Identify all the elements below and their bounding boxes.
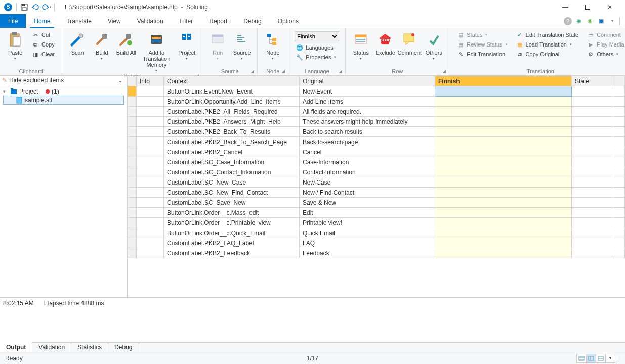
log-tab-statistics[interactable]: Statistics	[71, 343, 108, 352]
trans-others-button[interactable]: ⚙Others▾	[585, 50, 625, 59]
cell-finnish[interactable]	[435, 228, 572, 238]
add-to-tm-button[interactable]: Add to Translation Memory▾	[138, 29, 175, 72]
cell-finnish[interactable]	[435, 107, 572, 117]
play-media-button[interactable]: ▶Play Media	[585, 40, 625, 49]
cell-finnish[interactable]	[435, 188, 572, 198]
languages-button[interactable]: 🌐Languages	[294, 43, 340, 52]
controller-icon[interactable]: ◉	[575, 17, 583, 25]
table-row[interactable]: CustomLabel.SC_Contact_InformationContac…	[128, 167, 625, 177]
dialog-launcher-icon[interactable]: ◢	[339, 69, 342, 74]
menu-tab-filter[interactable]: Filter	[172, 14, 201, 28]
dialog-launcher-icon[interactable]: ◢	[281, 69, 285, 74]
trans-comment-button[interactable]: ▭Comment	[585, 30, 625, 39]
table-row[interactable]: CustomLabel.SC_New_Find_ContactNew·/·Fin…	[128, 188, 625, 198]
language-properties-button[interactable]: 🔧Properties▾	[294, 53, 340, 62]
cell-finnish[interactable]	[435, 208, 572, 218]
tree-file-item[interactable]: sample.stf	[3, 96, 124, 105]
view-btn-more[interactable]: ▾	[605, 354, 615, 363]
table-row[interactable]: ButtonOrLink.Opportunity.Add_Line_ItemsA…	[128, 97, 625, 107]
project-button[interactable]: Project▾	[175, 29, 199, 60]
grid-header-info[interactable]: Info	[137, 76, 164, 86]
table-row[interactable]: CustomLabel.PKB2_Back_To_ResultsBack·to·…	[128, 127, 625, 137]
menu-tab-report[interactable]: Report	[201, 14, 235, 28]
clear-button[interactable]: ◨Clear	[29, 50, 57, 59]
redo-icon[interactable]: ▾	[41, 2, 52, 13]
grid-header-original[interactable]: Original	[300, 76, 435, 86]
table-row[interactable]: CustomLabel.PKB2_CancelCancel	[128, 147, 625, 157]
help-icon[interactable]: ?	[564, 17, 572, 25]
edit-translation-button[interactable]: ✎Edit Translation	[454, 50, 509, 59]
row-comment-button[interactable]: Comment	[397, 29, 422, 56]
cell-finnish[interactable]	[435, 198, 572, 208]
grid-header-finnish[interactable]: Finnish	[435, 76, 572, 86]
cell-finnish[interactable]	[435, 137, 572, 147]
table-row[interactable]: ButtonOrLink.Order__c.Mass_editEdit	[128, 208, 625, 218]
cell-finnish[interactable]	[435, 248, 572, 258]
cell-finnish[interactable]	[435, 177, 572, 188]
load-translation-button[interactable]: ▦Load Translation▾	[514, 40, 581, 49]
minimize-button[interactable]: —	[554, 0, 576, 14]
table-row[interactable]: CustomLabel.SC_Case_InformationCase·Info…	[128, 157, 625, 167]
cell-finnish[interactable]	[435, 157, 572, 167]
language-select[interactable]: Finnish	[295, 31, 339, 41]
trans-status-button[interactable]: ▤Status▾	[454, 30, 509, 39]
log-tab-output[interactable]: Output	[0, 342, 32, 352]
cell-finnish[interactable]	[435, 86, 572, 97]
table-row[interactable]: CustomLabel.PKB2_FAQ_LabelFAQ	[128, 238, 625, 248]
table-row[interactable]: CustomLabel.PKB2_Answers_Might_HelpThese…	[128, 117, 625, 127]
file-tab[interactable]: File	[0, 14, 26, 28]
view-btn-1[interactable]	[576, 354, 587, 363]
run-button[interactable]: Run▾	[205, 29, 230, 60]
cell-finnish[interactable]	[435, 127, 572, 137]
build-all-button[interactable]: Build All	[114, 29, 138, 56]
log-tab-validation[interactable]: Validation	[32, 343, 71, 352]
scan-button[interactable]: Scan	[65, 29, 90, 56]
close-button[interactable]: ✕	[599, 0, 621, 14]
cell-finnish[interactable]	[435, 117, 572, 127]
menu-tab-view[interactable]: View	[100, 14, 129, 28]
node-button[interactable]: Node▾	[261, 29, 285, 60]
copy-original-button[interactable]: ⧉Copy Original	[514, 50, 581, 59]
table-row[interactable]: CustomLabel.PKB2_FeedbackFeedback	[128, 248, 625, 258]
edit-trans-state-button[interactable]: ✔Edit Translation State	[514, 30, 581, 39]
row-others-button[interactable]: Others▾	[422, 29, 446, 60]
table-row[interactable]: CustomLabel.PKB2_Back_To_Search_PageBack…	[128, 137, 625, 147]
cell-finnish[interactable]	[435, 238, 572, 248]
project-tree-root[interactable]: ▾ Project (1)	[3, 87, 124, 96]
review-status-button[interactable]: ▤Review Status▾	[454, 40, 509, 49]
menu-tab-options[interactable]: Options	[270, 14, 307, 28]
view-btn-3[interactable]	[596, 354, 606, 363]
menu-tab-home[interactable]: Home	[26, 14, 58, 28]
exclude-button[interactable]: STOPExclude	[373, 29, 397, 56]
dialog-launcher-icon[interactable]: ◢	[442, 69, 446, 74]
undo-icon[interactable]	[30, 2, 41, 13]
copy-button[interactable]: ⧉Copy	[29, 40, 57, 49]
cell-finnish[interactable]	[435, 97, 572, 107]
row-status-button[interactable]: Status▾	[349, 29, 373, 60]
table-row[interactable]: CustomLabel.SC_New_CaseNew·Case	[128, 177, 625, 188]
dialog-launcher-icon[interactable]: ◢	[251, 69, 254, 74]
cell-finnish[interactable]	[435, 167, 572, 177]
menu-tab-debug[interactable]: Debug	[235, 14, 269, 28]
cell-finnish[interactable]	[435, 147, 572, 157]
grid-header-state[interactable]: State	[572, 76, 612, 86]
table-row[interactable]: ButtonOrLink.Event.New_EventNew·Event	[128, 86, 625, 97]
cut-button[interactable]: ✂Cut	[29, 30, 57, 39]
table-row[interactable]: CustomLabel.SC_Save_NewSave·&·New	[128, 198, 625, 208]
table-row[interactable]: ButtonOrLink.Order__c.Quick_EmailQuick·E…	[128, 228, 625, 238]
paste-button[interactable]: Paste ▾	[3, 29, 27, 60]
build-button[interactable]: Build▾	[90, 29, 114, 60]
cell-finnish[interactable]	[435, 218, 572, 228]
menu-chevron-icon[interactable]: ▾	[608, 17, 616, 25]
monitor-icon[interactable]: ▣	[597, 17, 605, 25]
view-btn-2[interactable]	[586, 354, 596, 363]
menu-tab-validation[interactable]: Validation	[129, 14, 172, 28]
table-row[interactable]: CustomLabel.PKB2_All_Fields_RequiredAll·…	[128, 107, 625, 117]
menu-tab-translate[interactable]: Translate	[58, 14, 100, 28]
grid-header-context[interactable]: Context	[164, 76, 300, 86]
collapse-icon[interactable]: ▾	[3, 89, 8, 94]
table-row[interactable]: ButtonOrLink.Order__c.Printable_viewPrin…	[128, 218, 625, 228]
log-tab-debug[interactable]: Debug	[108, 343, 139, 352]
alien-icon[interactable]: ◉	[586, 17, 594, 25]
grid-header-marker[interactable]	[128, 76, 137, 86]
